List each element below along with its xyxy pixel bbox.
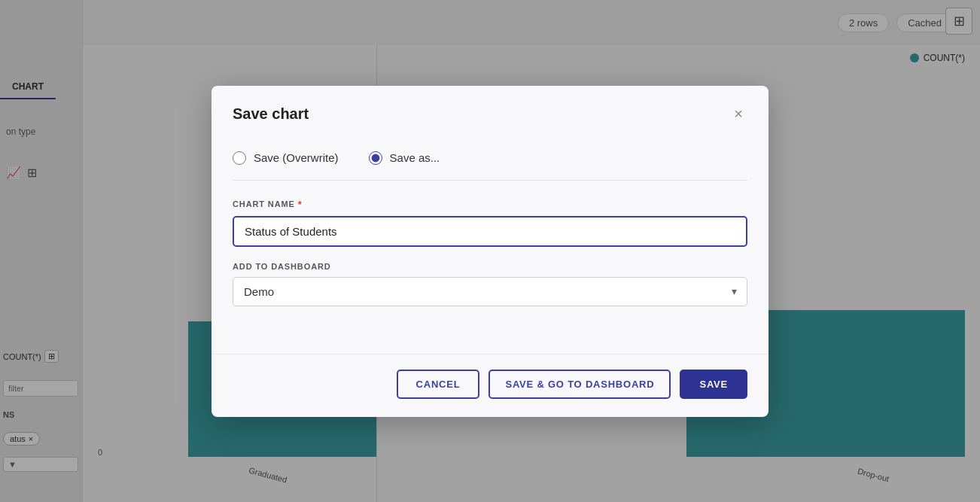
radio-saveas[interactable]: Save as... xyxy=(369,151,440,165)
radio-overwrite-input[interactable] xyxy=(233,151,246,165)
save-go-dashboard-button[interactable]: SAVE & GO TO DASHBOARD xyxy=(488,370,671,399)
cancel-button[interactable]: CANCEL xyxy=(397,370,480,399)
radio-overwrite-label: Save (Overwrite) xyxy=(254,151,339,164)
dashboard-select[interactable]: Demo xyxy=(233,277,747,306)
save-chart-modal: Save chart × Save (Overwrite) Save as...… xyxy=(212,86,768,417)
modal-footer: CANCEL SAVE & GO TO DASHBOARD SAVE xyxy=(212,354,768,417)
dashboard-select-wrapper: Demo ▾ xyxy=(233,277,747,306)
save-button[interactable]: SAVE xyxy=(680,370,747,399)
required-star: * xyxy=(298,199,303,210)
radio-saveas-input[interactable] xyxy=(369,151,382,165)
modal-title: Save chart xyxy=(233,105,309,123)
dashboard-field-group: ADD TO DASHBOARD Demo ▾ xyxy=(233,262,747,306)
chart-name-input[interactable] xyxy=(233,216,747,247)
chart-name-label: CHART NAME * xyxy=(233,199,747,210)
modal-body: Save (Overwrite) Save as... CHART NAME *… xyxy=(212,136,768,354)
radio-saveas-label: Save as... xyxy=(390,151,440,164)
radio-overwrite[interactable]: Save (Overwrite) xyxy=(233,151,339,165)
modal-close-button[interactable]: × xyxy=(729,104,747,124)
modal-header: Save chart × xyxy=(212,86,768,136)
radio-group: Save (Overwrite) Save as... xyxy=(233,151,747,181)
dashboard-label: ADD TO DASHBOARD xyxy=(233,262,747,271)
chart-name-field-group: CHART NAME * xyxy=(233,199,747,247)
